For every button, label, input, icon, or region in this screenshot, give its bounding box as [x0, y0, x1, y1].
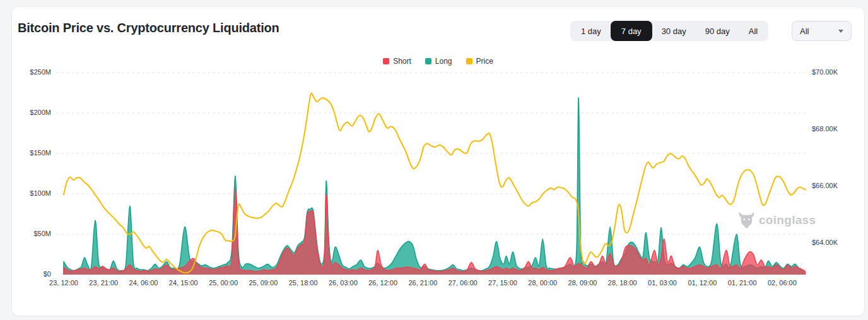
- legend-item-long[interactable]: Long: [425, 57, 452, 66]
- x-tick-label: 26, 12:00: [368, 279, 397, 287]
- y-left-tick-label: $200M: [12, 109, 51, 116]
- x-tick-label: 28, 18:00: [608, 279, 637, 287]
- legend-label: Short: [393, 57, 411, 66]
- x-tick-label: 24, 15:00: [169, 279, 198, 287]
- y-left-tick-label: $50M: [12, 230, 51, 237]
- chart-legend: Short Long Price: [12, 57, 864, 66]
- chart-svg: [56, 68, 807, 275]
- legend-item-short[interactable]: Short: [383, 57, 411, 66]
- legend-label: Long: [435, 57, 452, 66]
- page-title: Bitcoin Price vs. Cryptocurrency Liquida…: [18, 21, 279, 35]
- range-button-all[interactable]: All: [739, 21, 767, 41]
- range-button-30day[interactable]: 30 day: [652, 21, 696, 41]
- x-tick-label: 25, 09:00: [249, 279, 278, 287]
- x-tick-label: 23, 21:00: [89, 279, 118, 287]
- y-left-tick-label: $0: [12, 270, 51, 278]
- price-swatch-icon: [466, 58, 472, 64]
- time-range-group: 1 day 7 day 30 day 90 day All: [570, 21, 768, 41]
- y-right-tick-label: $68.00K: [812, 125, 838, 133]
- x-tick-label: 28, 00:00: [528, 279, 557, 287]
- y-right-tick-label: $70.00K: [812, 68, 838, 76]
- range-button-1day[interactable]: 1 day: [572, 21, 611, 41]
- liquidation-price-chart[interactable]: [56, 68, 807, 275]
- short-swatch-icon: [383, 58, 389, 64]
- x-tick-label: 25, 18:00: [289, 279, 318, 287]
- y-right-tick-label: $66.00K: [812, 182, 838, 189]
- x-tick-label: 25, 00:00: [209, 279, 238, 287]
- x-tick-label: 23, 12:00: [49, 279, 78, 287]
- x-tick-label: 27, 06:00: [449, 279, 478, 287]
- coin-filter-dropdown[interactable]: All: [792, 21, 852, 41]
- chart-card: Bitcoin Price vs. Cryptocurrency Liquida…: [11, 6, 865, 316]
- range-button-90day[interactable]: 90 day: [696, 21, 739, 41]
- range-button-7day[interactable]: 7 day: [611, 21, 652, 41]
- x-tick-label: 27, 15:00: [488, 279, 517, 287]
- x-tick-label: 26, 21:00: [408, 279, 437, 287]
- x-tick-label: 01, 03:00: [648, 279, 677, 287]
- price-line: [64, 93, 806, 273]
- y-left-tick-label: $150M: [12, 149, 51, 157]
- y-left-tick-label: $250M: [12, 68, 51, 76]
- chevron-down-icon: [838, 30, 843, 33]
- x-tick-label: 02, 06:00: [768, 279, 797, 287]
- coin-filter-value: All: [800, 27, 809, 36]
- legend-label: Price: [476, 57, 493, 66]
- x-tick-label: 26, 03:00: [329, 279, 358, 287]
- long-swatch-icon: [425, 58, 431, 64]
- long-area: [64, 98, 805, 275]
- y-right-tick-label: $64.00K: [812, 239, 838, 246]
- y-left-tick-label: $100M: [12, 189, 51, 197]
- x-tick-label: 24, 06:00: [129, 279, 158, 287]
- x-tick-label: 01, 21:00: [728, 279, 757, 287]
- legend-item-price[interactable]: Price: [466, 57, 493, 66]
- x-tick-label: 28, 09:00: [568, 279, 597, 287]
- x-tick-label: 01, 12:00: [688, 279, 717, 287]
